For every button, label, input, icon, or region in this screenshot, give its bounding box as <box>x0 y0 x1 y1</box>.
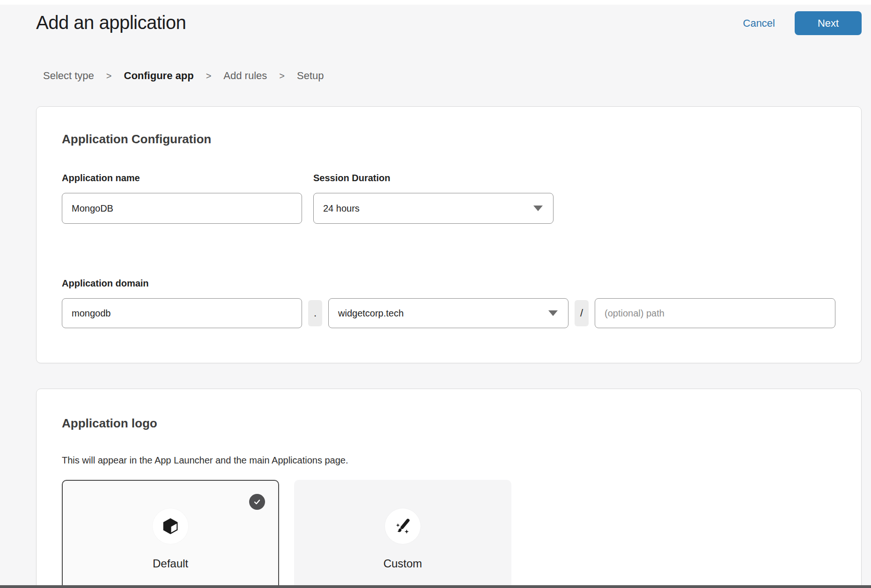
page-header: Add an application Cancel Next <box>0 0 871 35</box>
logo-option-label: Default <box>153 557 188 570</box>
check-icon <box>253 498 261 506</box>
subdomain-input[interactable] <box>62 298 302 328</box>
logo-option-tiles: Default Custom <box>62 480 836 588</box>
selected-check-badge <box>249 494 265 510</box>
application-domain-section: Application domain . widgetcorp.tech / <box>62 278 836 328</box>
cancel-button[interactable]: Cancel <box>743 11 775 35</box>
path-input[interactable] <box>595 298 835 328</box>
session-duration-select[interactable]: 24 hours <box>313 193 554 224</box>
dot-separator: . <box>308 300 322 326</box>
application-logo-card: Application logo This will appear in the… <box>36 389 862 588</box>
top-strip <box>0 0 871 5</box>
breadcrumb-separator: > <box>106 71 112 81</box>
logo-option-custom[interactable]: Custom <box>294 480 511 588</box>
logo-option-default[interactable]: Default <box>62 480 279 588</box>
chevron-down-icon <box>533 206 543 211</box>
breadcrumb-separator: > <box>279 71 285 81</box>
domain-select[interactable]: widgetcorp.tech <box>328 298 568 328</box>
chevron-down-icon <box>548 310 558 316</box>
breadcrumb-step-configure-app[interactable]: Configure app <box>124 70 194 82</box>
session-duration-label: Session Duration <box>313 173 554 184</box>
application-name-field-group: Application name <box>62 173 302 224</box>
breadcrumb-step-select-type[interactable]: Select type <box>43 70 94 82</box>
name-duration-row: Application name Session Duration 24 hou… <box>62 173 836 224</box>
application-configuration-card: Application Configuration Application na… <box>36 106 862 363</box>
session-duration-field-group: Session Duration 24 hours <box>313 173 554 224</box>
domain-select-value: widgetcorp.tech <box>338 308 404 319</box>
bottom-edge-strip <box>0 585 871 588</box>
breadcrumb: Select type > Configure app > Add rules … <box>43 70 871 82</box>
header-actions: Cancel Next <box>743 11 862 35</box>
page-title: Add an application <box>36 11 186 33</box>
add-application-page: Add an application Cancel Next Select ty… <box>0 0 871 588</box>
configuration-heading: Application Configuration <box>62 132 836 147</box>
breadcrumb-step-setup[interactable]: Setup <box>297 70 324 82</box>
application-name-label: Application name <box>62 173 302 184</box>
paintbrush-icon <box>393 516 413 536</box>
application-domain-label: Application domain <box>62 278 836 289</box>
application-name-input[interactable] <box>62 193 302 224</box>
next-button[interactable]: Next <box>795 11 862 35</box>
slash-separator: / <box>575 300 589 326</box>
logo-option-label: Custom <box>384 557 422 570</box>
logo-description: This will appear in the App Launcher and… <box>62 455 836 466</box>
session-duration-value: 24 hours <box>323 203 360 214</box>
default-logo-circle <box>153 508 188 544</box>
cube-icon <box>161 517 180 536</box>
custom-logo-circle <box>385 508 421 544</box>
breadcrumb-separator: > <box>206 71 212 81</box>
application-domain-row: . widgetcorp.tech / <box>62 298 836 328</box>
breadcrumb-step-add-rules[interactable]: Add rules <box>223 70 267 82</box>
logo-heading: Application logo <box>62 416 836 431</box>
